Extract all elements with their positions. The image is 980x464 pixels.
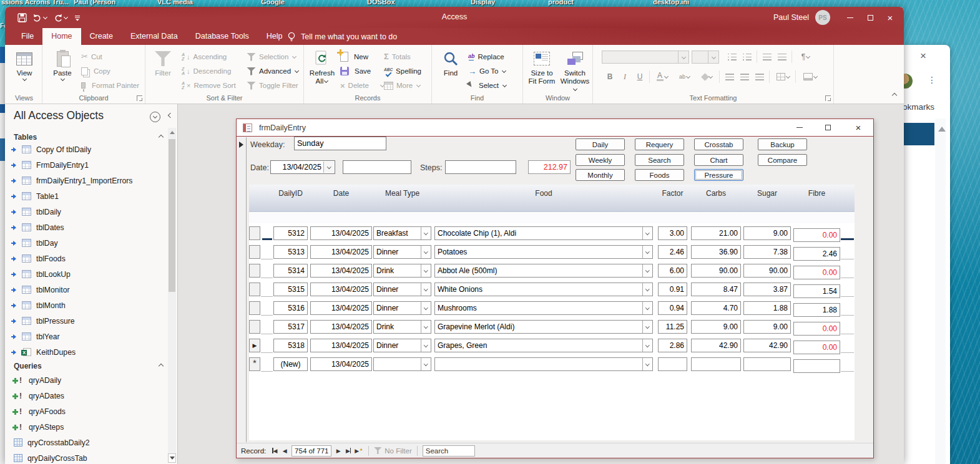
factor-cell[interactable]: 11.25: [658, 320, 687, 334]
sugar-cell[interactable]: 1.88: [743, 301, 791, 315]
carbs-cell[interactable]: 36.90: [691, 245, 741, 259]
form-titlebar[interactable]: frmDailyEntry: [237, 119, 873, 137]
size-to-fit-form-button[interactable]: Size to Fit Form: [526, 48, 558, 85]
ribbon-tab[interactable]: Create: [81, 28, 122, 45]
collapse-ribbon-button[interactable]: [893, 89, 896, 100]
sidebar-object[interactable]: frmDailyEntry1_ImportErrors: [5, 173, 167, 188]
fibre-cell[interactable]: 0.00: [793, 341, 840, 354]
weekday-field[interactable]: Sunday: [294, 137, 386, 150]
monthly-button[interactable]: Monthly: [576, 169, 625, 181]
fibre-cell[interactable]: 0.00: [793, 322, 840, 336]
form-close-button[interactable]: ×: [848, 119, 868, 135]
factor-cell[interactable]: 0.91: [658, 283, 687, 296]
food-cell[interactable]: Mushrooms: [434, 301, 653, 315]
sidebar-object[interactable]: tblFoods: [5, 251, 167, 266]
record-position[interactable]: 754 of 771: [292, 445, 331, 457]
highlight-color-button[interactable]: ab: [674, 70, 695, 83]
browser-scroll-up-icon[interactable]: [938, 127, 946, 132]
dailyid-cell[interactable]: 5316: [273, 301, 308, 315]
ribbon-tab[interactable]: External Data: [122, 28, 187, 45]
copy-button[interactable]: Copy: [81, 65, 110, 77]
carbs-cell[interactable]: 21.00: [691, 226, 741, 240]
underline-button[interactable]: U: [633, 70, 647, 83]
ascending-button[interactable]: AZ↓Ascending: [182, 51, 227, 63]
record-selector[interactable]: *: [249, 357, 260, 371]
first-record-button[interactable]: ◀: [270, 445, 280, 457]
nav-pane-menu-icon[interactable]: [150, 112, 160, 122]
column-header[interactable]: Factor: [649, 189, 697, 198]
date-cell[interactable]: 13/04/2025: [310, 357, 372, 371]
tables-collapse-icon[interactable]: [159, 135, 164, 140]
carbs-cell[interactable]: 4.70: [691, 301, 741, 315]
combo-arrow-icon[interactable]: [421, 302, 431, 314]
maximize-button[interactable]: [860, 7, 880, 28]
carbs-cell[interactable]: [691, 357, 741, 371]
sidebar-object[interactable]: tblDaily: [5, 204, 167, 220]
factor-cell[interactable]: [658, 357, 687, 371]
date-cell[interactable]: 13/04/2025: [310, 226, 372, 240]
date-field[interactable]: 13/04/2025: [270, 160, 335, 174]
sugar-cell[interactable]: 42.90: [743, 339, 791, 352]
meal-type-cell[interactable]: Drink: [373, 264, 431, 278]
desktop-icon-label[interactable]: Google: [261, 0, 285, 6]
numbering-button[interactable]: [740, 51, 754, 63]
fibre-cell[interactable]: 0.00: [793, 266, 840, 279]
form-minimize-button[interactable]: [790, 119, 810, 135]
record-selector[interactable]: [249, 320, 260, 334]
record-selector[interactable]: [249, 301, 260, 315]
meal-type-cell[interactable]: Dinner: [373, 301, 431, 315]
factor-cell[interactable]: 2.86: [658, 339, 687, 352]
date-cell[interactable]: 13/04/2025: [310, 301, 372, 315]
food-cell[interactable]: Grapes, Green: [434, 339, 653, 352]
browser-window-behind[interactable]: × ⋮ okmarks: [904, 45, 950, 464]
alternate-row-color-button[interactable]: [800, 70, 820, 83]
next-record-button[interactable]: ▶: [333, 445, 343, 457]
increase-indent-button[interactable]: [775, 51, 789, 63]
food-cell[interactable]: [434, 357, 653, 371]
remove-sort-button[interactable]: AZ×Remove Sort: [182, 79, 236, 92]
scrollbar-thumb[interactable]: [169, 139, 175, 292]
date-cell[interactable]: 13/04/2025: [310, 245, 372, 259]
dailyid-cell[interactable]: 5317: [273, 320, 308, 334]
tables-section-header[interactable]: Tables: [14, 133, 37, 142]
scroll-down-icon[interactable]: [168, 453, 176, 463]
switch-windows-button[interactable]: Switch Windows: [558, 48, 592, 94]
browser-menu-icon[interactable]: ⋮: [928, 75, 936, 85]
carbs-cell[interactable]: 42.90: [691, 339, 741, 352]
date-cell[interactable]: 13/04/2025: [310, 339, 372, 352]
foods-button[interactable]: Foods: [635, 169, 684, 181]
sidebar-object[interactable]: FrmDailyEntry1: [5, 157, 167, 173]
browser-scrollbar[interactable]: [935, 118, 946, 464]
spelling-button[interactable]: ABCSpelling: [384, 65, 421, 77]
meal-type-cell[interactable]: Dinner: [373, 283, 431, 296]
record-selector[interactable]: ▶: [249, 339, 260, 352]
meal-type-cell[interactable]: Dinner: [373, 339, 431, 352]
dailyid-cell[interactable]: 5314: [273, 264, 308, 278]
view-button[interactable]: View: [8, 48, 41, 82]
sidebar-object[interactable]: tblLookUp: [5, 266, 167, 282]
date-cell[interactable]: 13/04/2025: [310, 264, 372, 278]
record-selector[interactable]: [249, 283, 260, 296]
combo-arrow-icon[interactable]: [421, 227, 431, 239]
sidebar-object[interactable]: Copy Of tblDaily: [5, 142, 167, 157]
daily-button[interactable]: Daily: [576, 138, 625, 150]
combo-arrow-icon[interactable]: [421, 321, 431, 333]
last-record-button[interactable]: ▶: [343, 445, 353, 457]
carbs-cell[interactable]: 90.00: [691, 264, 741, 278]
factor-cell[interactable]: 2.46: [658, 245, 687, 259]
dailyid-cell[interactable]: (New): [273, 357, 308, 371]
combo-arrow-icon[interactable]: [642, 283, 652, 296]
sugar-cell[interactable]: 7.38: [743, 245, 791, 259]
sidebar-object[interactable]: tblMonth: [5, 297, 167, 313]
column-header[interactable]: Food: [434, 189, 653, 198]
minimize-button[interactable]: [840, 7, 860, 28]
background-fill-button[interactable]: [698, 70, 717, 83]
combo-arrow-icon[interactable]: [642, 321, 652, 333]
combo-arrow-icon[interactable]: [421, 264, 431, 277]
fibre-cell[interactable]: 2.46: [793, 247, 840, 261]
date-dropdown-icon[interactable]: [323, 162, 334, 173]
column-header[interactable]: Fibre: [793, 189, 840, 198]
desktop-icon-label[interactable]: DOSBox: [367, 0, 395, 6]
font-size-select[interactable]: [692, 51, 719, 64]
replace-button[interactable]: abReplace: [468, 51, 504, 63]
